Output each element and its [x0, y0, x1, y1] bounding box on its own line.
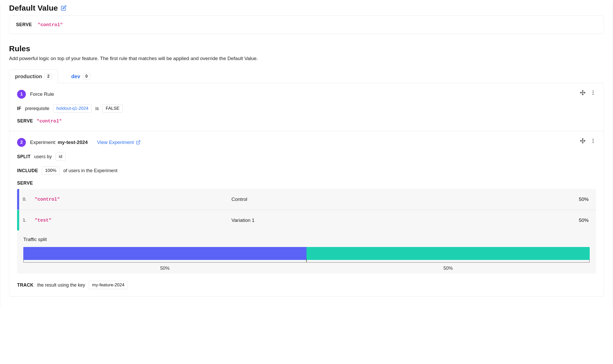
more-vertical-icon[interactable]	[590, 90, 596, 96]
variation-row: 0. "control" Control 50%	[17, 189, 596, 210]
rules-description: Add powerful logic on top of your featur…	[9, 56, 613, 61]
include-text: of users in the Experiment	[63, 168, 118, 173]
variation-key-code: "control"	[35, 197, 60, 202]
traffic-segment-percent: 50%	[23, 266, 306, 271]
svg-point-2	[593, 91, 594, 92]
default-value-box: SERVE "control"	[9, 16, 604, 34]
traffic-split-block: Traffic split 50%	[17, 230, 596, 274]
rule-title: Force Rule	[30, 91, 54, 97]
traffic-segment	[306, 247, 590, 260]
variation-name: Control	[231, 196, 565, 202]
is-text: is	[95, 106, 99, 111]
tab-label: dev	[71, 74, 80, 79]
env-tabs: production 2 dev 0	[9, 69, 604, 83]
variation-row: 1. "test" Variation 1 50%	[17, 210, 596, 230]
rule-card: 2 Experiment: my-test-2024 View Experime…	[9, 131, 604, 296]
variation-key-code: "test"	[35, 218, 52, 223]
variations-table: 0. "control" Control 50% 1. "test" Varia…	[17, 189, 596, 274]
tab-label: production	[15, 74, 42, 79]
default-value-heading: Default Value	[9, 4, 613, 12]
rule-title-prefix: Experiment:	[30, 140, 58, 145]
variation-color-strip	[17, 189, 19, 210]
rule-title-name: my-test-2024	[58, 140, 88, 145]
serve-value-code: "control"	[37, 119, 62, 124]
track-key-chip: my-feature-2024	[89, 281, 128, 289]
variation-index: 1.	[19, 218, 35, 223]
svg-point-10	[593, 142, 594, 143]
traffic-split-bar[interactable]	[23, 247, 590, 260]
svg-line-5	[138, 141, 140, 143]
if-keyword: IF	[17, 106, 21, 111]
variation-percent: 50%	[565, 196, 596, 202]
variation-name: Variation 1	[231, 217, 565, 223]
serve-keyword: SERVE	[17, 118, 33, 124]
include-percent-chip: 100%	[42, 166, 60, 175]
split-text: users by	[34, 154, 52, 159]
include-keyword: INCLUDE	[17, 168, 38, 173]
traffic-segment	[23, 247, 306, 260]
svg-point-8	[593, 139, 594, 140]
drag-handle-icon[interactable]	[580, 138, 586, 144]
if-text: prerequisite	[25, 106, 49, 111]
svg-point-4	[593, 94, 594, 95]
tab-dev[interactable]: dev 0	[65, 69, 96, 83]
default-value-title: Default Value	[9, 4, 58, 12]
false-chip: FALSE	[102, 104, 123, 113]
prerequisite-chip[interactable]: holdout-q1-2024	[53, 104, 92, 113]
rules-container: 1 Force Rule IF prerequisite	[9, 83, 604, 297]
variation-index: 0.	[19, 197, 35, 202]
track-text: the result using the key	[37, 282, 85, 288]
more-vertical-icon[interactable]	[590, 138, 596, 144]
variation-color-strip	[17, 210, 19, 230]
serve-keyword: SERVE	[17, 180, 33, 186]
split-attribute-chip: id	[55, 152, 65, 161]
traffic-split-label: Traffic split	[23, 237, 590, 242]
svg-point-3	[593, 92, 594, 93]
serve-keyword: SERVE	[16, 22, 32, 27]
view-experiment-link[interactable]: View Experiment	[97, 140, 141, 145]
edit-icon[interactable]	[61, 5, 67, 11]
variation-percent: 50%	[565, 217, 596, 223]
track-keyword: TRACK	[17, 282, 34, 288]
rule-number-badge: 2	[17, 138, 26, 147]
split-keyword: SPLIT	[17, 154, 31, 159]
traffic-segment-percent: 50%	[306, 266, 590, 271]
svg-point-9	[593, 140, 594, 141]
tab-count: 2	[45, 73, 52, 79]
view-experiment-label: View Experiment	[97, 140, 134, 145]
rules-heading: Rules	[9, 44, 613, 53]
tab-count: 0	[83, 73, 90, 79]
rule-title: Experiment: my-test-2024	[30, 140, 88, 145]
traffic-handle[interactable]	[306, 259, 590, 263]
rule-card: 1 Force Rule IF prerequisite	[9, 83, 604, 131]
drag-handle-icon[interactable]	[580, 90, 586, 96]
traffic-handle[interactable]	[23, 259, 306, 263]
rule-number-badge: 1	[17, 90, 26, 99]
default-value-code: "control"	[38, 22, 63, 27]
tab-production[interactable]: production 2	[9, 69, 58, 83]
